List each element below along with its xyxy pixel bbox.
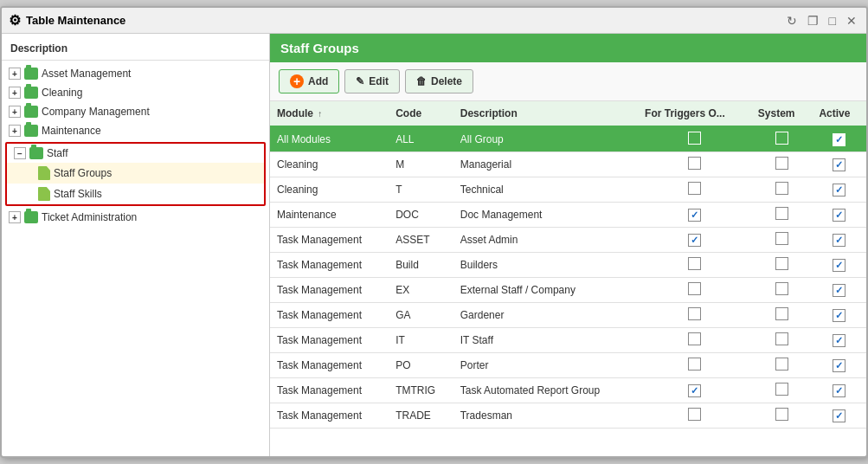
table-row[interactable]: Task ManagementITIT Staff — [270, 328, 866, 353]
checkbox-active[interactable] — [833, 234, 845, 247]
cell-system[interactable] — [751, 126, 813, 152]
checkbox-active[interactable] — [833, 133, 845, 146]
cell-system[interactable] — [751, 177, 813, 203]
checkbox-triggers[interactable] — [688, 408, 701, 421]
close-icon[interactable]: ✕ — [844, 14, 859, 28]
checkbox-system[interactable] — [775, 232, 788, 245]
checkbox-active[interactable] — [833, 359, 845, 372]
checkbox-active[interactable] — [833, 409, 845, 422]
col-header-description[interactable]: Description — [453, 101, 638, 126]
cell-system[interactable] — [751, 328, 813, 353]
checkbox-triggers[interactable] — [688, 282, 701, 295]
cell-triggers[interactable] — [638, 378, 751, 403]
cell-system[interactable] — [751, 253, 813, 278]
sidebar-item-staff-skills[interactable]: Staff Skills — [7, 184, 264, 204]
checkbox-system[interactable] — [775, 182, 788, 195]
cell-system[interactable] — [751, 203, 813, 228]
refresh-icon[interactable]: ↻ — [784, 14, 800, 28]
sidebar-item-company-management[interactable]: + Company Management — [2, 102, 269, 121]
expand-asset-management[interactable]: + — [9, 68, 21, 80]
expand-maintenance[interactable]: + — [9, 125, 21, 137]
table-row[interactable]: Task ManagementEXExternal Staff / Compan… — [270, 278, 866, 303]
expand-staff[interactable]: − — [14, 147, 26, 159]
add-button[interactable]: + Add — [279, 69, 339, 93]
checkbox-triggers[interactable] — [688, 384, 701, 397]
cell-active[interactable] — [812, 152, 866, 177]
cell-active[interactable] — [812, 203, 866, 228]
checkbox-active[interactable] — [833, 184, 845, 197]
cell-triggers[interactable] — [638, 303, 751, 328]
checkbox-system[interactable] — [775, 332, 788, 345]
table-row[interactable]: MaintenanceDOCDoc Management — [270, 203, 866, 228]
cell-system[interactable] — [751, 228, 813, 253]
checkbox-system[interactable] — [775, 282, 788, 295]
col-header-triggers[interactable]: For Triggers O... — [638, 101, 751, 126]
checkbox-triggers[interactable] — [688, 157, 701, 170]
checkbox-active[interactable] — [833, 334, 845, 347]
table-row[interactable]: Task ManagementTRADETradesman — [270, 403, 866, 429]
cell-system[interactable] — [751, 278, 813, 303]
checkbox-active[interactable] — [833, 259, 845, 272]
checkbox-system[interactable] — [775, 408, 788, 421]
cell-triggers[interactable] — [638, 353, 751, 378]
checkbox-triggers[interactable] — [688, 182, 701, 195]
cell-system[interactable] — [751, 403, 813, 429]
sidebar-item-maintenance[interactable]: + Maintenance — [2, 121, 269, 140]
expand-ticket-admin[interactable]: + — [9, 211, 21, 223]
cell-triggers[interactable] — [638, 126, 751, 152]
sidebar-item-ticket-admin[interactable]: + Ticket Administration — [2, 208, 269, 227]
maximize-icon[interactable]: □ — [826, 14, 839, 28]
cell-active[interactable] — [812, 378, 866, 403]
table-row[interactable]: CleaningTTechnical — [270, 177, 866, 203]
cell-triggers[interactable] — [638, 278, 751, 303]
cell-active[interactable] — [812, 177, 866, 203]
checkbox-system[interactable] — [775, 157, 788, 170]
cell-active[interactable] — [812, 328, 866, 353]
col-header-module[interactable]: Module ↑ — [270, 101, 389, 126]
cell-active[interactable] — [812, 126, 866, 152]
checkbox-system[interactable] — [775, 257, 788, 270]
cell-active[interactable] — [812, 303, 866, 328]
cell-triggers[interactable] — [638, 203, 751, 228]
cell-system[interactable] — [751, 378, 813, 403]
delete-button[interactable]: 🗑 Delete — [405, 69, 473, 93]
cell-triggers[interactable] — [638, 403, 751, 429]
cell-triggers[interactable] — [638, 177, 751, 203]
checkbox-active[interactable] — [833, 309, 845, 322]
table-row[interactable]: Task ManagementASSETAsset Admin — [270, 228, 866, 253]
cell-triggers[interactable] — [638, 228, 751, 253]
table-row[interactable]: Task ManagementTMTRIGTask Automated Repo… — [270, 378, 866, 403]
restore-icon[interactable]: ❐ — [805, 14, 821, 28]
checkbox-active[interactable] — [833, 384, 845, 397]
sidebar-item-staff-groups[interactable]: Staff Groups — [7, 163, 264, 184]
table-row[interactable]: CleaningMManagerial — [270, 152, 866, 177]
checkbox-triggers[interactable] — [688, 358, 701, 371]
cell-active[interactable] — [812, 253, 866, 278]
checkbox-system[interactable] — [775, 383, 788, 396]
sidebar-item-cleaning[interactable]: + Cleaning — [2, 83, 269, 102]
col-header-active[interactable]: Active — [812, 101, 866, 126]
cell-active[interactable] — [812, 228, 866, 253]
sidebar-item-asset-management[interactable]: + Asset Management — [2, 64, 269, 83]
expand-cleaning[interactable]: + — [9, 87, 21, 99]
cell-triggers[interactable] — [638, 328, 751, 353]
checkbox-triggers[interactable] — [688, 132, 701, 145]
checkbox-active[interactable] — [833, 158, 845, 171]
checkbox-triggers[interactable] — [688, 257, 701, 270]
cell-system[interactable] — [751, 303, 813, 328]
checkbox-triggers[interactable] — [688, 209, 701, 222]
cell-active[interactable] — [812, 403, 866, 429]
table-row[interactable]: All ModulesALLAll Group — [270, 126, 866, 152]
table-row[interactable]: Task ManagementBuildBuilders — [270, 253, 866, 278]
checkbox-triggers[interactable] — [688, 307, 701, 320]
cell-active[interactable] — [812, 278, 866, 303]
cell-triggers[interactable] — [638, 253, 751, 278]
cell-system[interactable] — [751, 353, 813, 378]
cell-active[interactable] — [812, 353, 866, 378]
cell-system[interactable] — [751, 152, 813, 177]
checkbox-system[interactable] — [775, 307, 788, 320]
cell-triggers[interactable] — [638, 152, 751, 177]
col-header-code[interactable]: Code — [389, 101, 453, 126]
checkbox-triggers[interactable] — [688, 332, 701, 345]
expand-company[interactable]: + — [9, 106, 21, 118]
